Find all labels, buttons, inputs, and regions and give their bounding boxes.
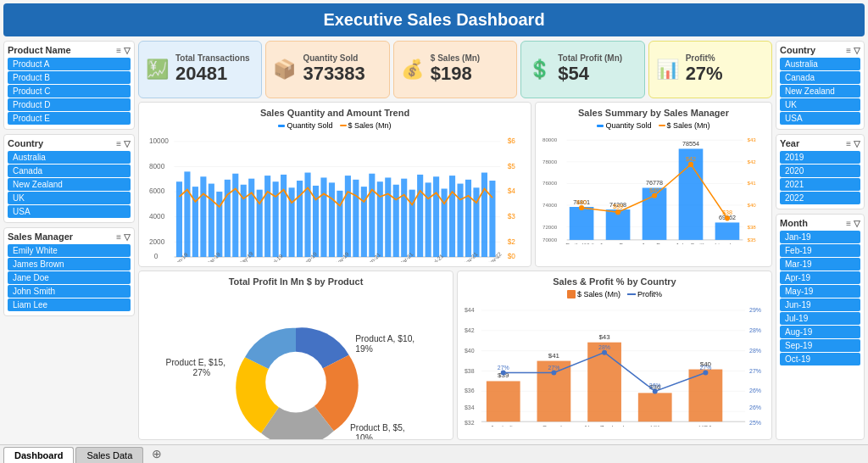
- svg-text:28%: 28%: [598, 344, 610, 350]
- dashboard-title: Executive Sales Dashboard: [323, 10, 544, 29]
- product-item-a[interactable]: Product A: [8, 58, 131, 70]
- kpi-transactions: 💹 Total Transactions 20481: [138, 41, 262, 98]
- right-country-sort-icon[interactable]: ▽: [854, 46, 860, 55]
- svg-text:USA: USA: [698, 424, 713, 427]
- month-oct19[interactable]: Oct-19: [780, 353, 860, 365]
- right-country-title: Country ≡ ▽: [780, 45, 860, 55]
- month-may19[interactable]: May-19: [780, 285, 860, 298]
- country-legend: $ Sales (Mn) Profit%: [463, 290, 766, 298]
- month-feb19[interactable]: Feb-19: [780, 244, 860, 257]
- country-filter-title: Country ≡ ▽: [8, 138, 131, 148]
- svg-text:$43: $43: [598, 333, 610, 341]
- right-country-filter-icon[interactable]: ≡: [846, 46, 851, 55]
- svg-text:25%: 25%: [749, 420, 761, 426]
- excel-wrapper: Executive Sales Dashboard Product Name ≡…: [0, 0, 868, 463]
- donut-svg: Product A, $10, 19% Product B, $5, 10% P…: [144, 290, 448, 440]
- svg-text:$39: $39: [613, 204, 623, 210]
- month-apr19[interactable]: Apr-19: [780, 271, 860, 284]
- product-sort-icon[interactable]: ▽: [124, 46, 131, 55]
- sm-emily[interactable]: Emily White: [8, 244, 131, 257]
- tab-salesdata[interactable]: Sales Data: [75, 447, 143, 463]
- r-country-usa[interactable]: USA: [780, 112, 860, 125]
- month-filter-icon[interactable]: ≡: [846, 219, 851, 228]
- legend-sales: $ Sales (Mn): [340, 121, 392, 130]
- svg-rect-22: [209, 184, 214, 257]
- svg-rect-23: [216, 192, 222, 257]
- svg-point-156: [551, 371, 556, 376]
- month-jan19[interactable]: Jan-19: [780, 231, 860, 243]
- year-2020[interactable]: 2020: [780, 165, 860, 177]
- r-country-nz[interactable]: New Zealand: [780, 85, 860, 98]
- r-country-uk[interactable]: UK: [780, 98, 860, 111]
- tab-add-button[interactable]: ⊕: [145, 444, 169, 463]
- svg-text:72000: 72000: [542, 224, 558, 230]
- sm-liam[interactable]: Liam Lee: [8, 298, 131, 311]
- country-sort-icon[interactable]: ▽: [124, 139, 131, 148]
- product-item-e[interactable]: Product E: [8, 112, 131, 125]
- year-2022[interactable]: 2022: [780, 192, 860, 204]
- svg-text:$40: $40: [576, 199, 587, 206]
- country-chart: Sales & Profit % by Country $ Sales (Mn)…: [457, 271, 772, 440]
- svg-text:19%: 19%: [355, 344, 372, 354]
- quantity-label: Quantity Sold: [303, 53, 364, 63]
- svg-text:$43: $43: [747, 137, 756, 142]
- salesmanager-sort-icon[interactable]: ▽: [124, 232, 131, 242]
- product-item-c[interactable]: Product C: [8, 85, 131, 98]
- right-country-icons[interactable]: ≡ ▽: [846, 46, 860, 55]
- country-uk[interactable]: UK: [8, 192, 131, 204]
- year-2019[interactable]: 2019: [780, 151, 860, 164]
- country-filter-icon[interactable]: ≡: [116, 139, 121, 148]
- month-sep19[interactable]: Sep-19: [780, 339, 860, 352]
- svg-rect-19: [184, 171, 190, 257]
- svg-text:26%: 26%: [749, 404, 761, 410]
- sm-james[interactable]: James Brown: [8, 258, 131, 271]
- svg-text:James Brown: James Brown: [599, 243, 636, 244]
- sm-jane[interactable]: Jane Doe: [8, 271, 131, 284]
- svg-rect-150: [638, 393, 672, 421]
- month-jul19[interactable]: Jul-19: [780, 312, 860, 325]
- country-legend-sales-box: [567, 290, 576, 298]
- svg-text:Liam Lee: Liam Lee: [715, 243, 739, 244]
- svg-text:$35: $35: [747, 237, 756, 243]
- month-aug19[interactable]: Aug-19: [780, 326, 860, 338]
- month-sort-icon[interactable]: ▽: [854, 219, 860, 228]
- sm-john[interactable]: John Smith: [8, 285, 131, 298]
- svg-text:$6: $6: [508, 137, 516, 145]
- country-australia[interactable]: Australia: [8, 151, 131, 164]
- r-country-canada[interactable]: Canada: [780, 71, 860, 84]
- legend-qty-dot: [278, 125, 285, 127]
- profitpct-content: Profit% 27%: [686, 53, 723, 85]
- svg-text:70000: 70000: [542, 237, 558, 243]
- salesmanager-filter-icon[interactable]: ≡: [116, 232, 121, 242]
- month-jun19[interactable]: Jun-19: [780, 298, 860, 311]
- year-sort-icon[interactable]: ▽: [854, 139, 860, 148]
- year-filter-icon[interactable]: ≡: [846, 139, 851, 148]
- year-2021[interactable]: 2021: [780, 178, 860, 191]
- svg-text:6000: 6000: [149, 187, 165, 195]
- year-filter-icons[interactable]: ≡ ▽: [846, 139, 860, 148]
- svg-text:$34: $34: [465, 404, 475, 410]
- month-mar19[interactable]: Mar-19: [780, 258, 860, 271]
- quantity-icon: 📦: [273, 59, 296, 81]
- profit-value: $54: [558, 63, 622, 85]
- r-country-australia[interactable]: Australia: [780, 58, 860, 70]
- product-item-d[interactable]: Product D: [8, 98, 131, 111]
- tab-dashboard[interactable]: Dashboard: [3, 447, 74, 463]
- transactions-content: Total Transactions 20481: [175, 53, 250, 85]
- country-chart-title: Sales & Profit % by Country: [463, 276, 766, 287]
- legend-sales-dot: [340, 125, 347, 126]
- sm-legend-qty-dot: [597, 125, 604, 127]
- svg-text:27%: 27%: [699, 365, 711, 371]
- country-nz[interactable]: New Zealand: [8, 178, 131, 191]
- product-filter-icons[interactable]: ≡ ▽: [116, 46, 131, 55]
- country-canada[interactable]: Canada: [8, 165, 131, 177]
- country-filter-icons[interactable]: ≡ ▽: [116, 139, 131, 148]
- month-filter-icons[interactable]: ≡ ▽: [846, 219, 860, 228]
- svg-text:$41: $41: [747, 180, 756, 186]
- product-filter-icon[interactable]: ≡: [116, 46, 121, 55]
- salesmanager-filter-icons[interactable]: ≡ ▽: [116, 232, 131, 242]
- svg-text:$32: $32: [465, 420, 475, 426]
- product-item-b[interactable]: Product B: [8, 71, 131, 84]
- country-usa[interactable]: USA: [8, 205, 131, 218]
- svg-point-112: [265, 352, 326, 413]
